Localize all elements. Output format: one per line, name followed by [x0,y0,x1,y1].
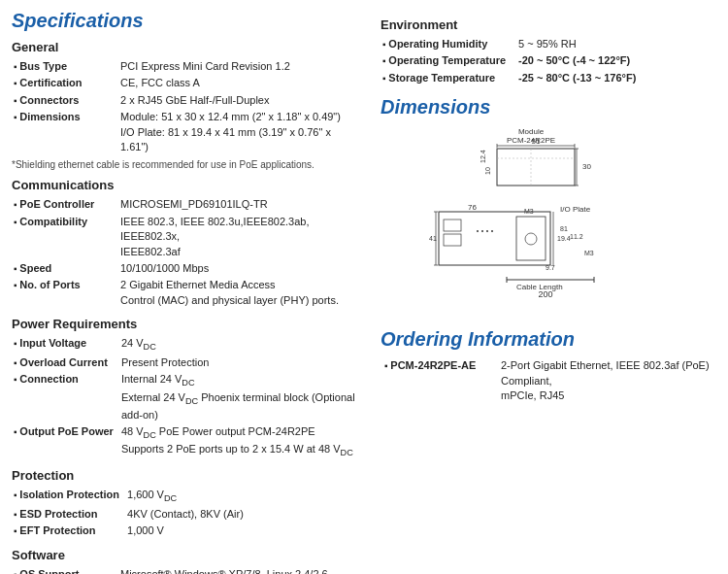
label: Input Voltage [12,335,119,355]
software-table: OS Support Microsoft® Windows® XP/7/8, L… [12,566,361,574]
value: CE, FCC class A [118,75,361,91]
table-row: Compatibility IEEE 802.3, IEEE 802.3u,IE… [12,214,361,260]
svg-rect-25 [516,217,546,260]
value: Present Protection [119,355,361,371]
svg-text:M3: M3 [584,250,594,256]
section-software-title: Software [12,548,361,562]
product-label: PCM-24R2PE-AE [381,356,497,405]
label: Isolation Protection [12,487,125,506]
table-row: PoE Controller MICROSEMI_PD69101ILQ-TR [12,196,361,213]
svg-text:41: 41 [429,235,437,242]
table-row: Certification CE, FCC class A [12,75,361,91]
label: Overload Current [12,355,119,371]
section-dimensions-title: Dimensions [381,96,716,118]
ordering-table: PCM-24R2PE-AE 2-Port Gigabit Ethernet, I… [381,356,716,405]
section-communications-title: Communications [12,178,361,192]
table-row: Dimensions Module: 51 x 30 x 12.4 mm (2"… [12,109,361,155]
table-row: ESD Protection 4KV (Contact), 8KV (Air) [12,506,361,523]
table-row: OS Support Microsoft® Windows® XP/7/8, L… [12,566,361,574]
label: Certification [12,75,118,91]
svg-text:Module: Module [518,127,545,136]
svg-text:30: 30 [582,162,591,171]
value: MICROSEMI_PD69101ILQ-TR [118,196,361,213]
label: Compatibility [12,214,118,260]
table-row: Connectors 2 x RJ45 GbE Half-/Full-Duple… [12,92,361,109]
value: Internal 24 VDCExternal 24 VDC Phoenix t… [119,371,361,422]
page-title: Specifications [12,10,361,32]
section-power-title: Power Requirements [12,317,361,331]
svg-rect-6 [497,149,575,186]
svg-text:51: 51 [532,137,541,146]
svg-text:11.2: 11.2 [570,233,583,240]
svg-point-21 [477,230,479,232]
value: Module: 51 x 30 x 12.4 mm (2" x 1.18" x … [118,109,361,155]
dimensions-svg: Module PCM-24R2PE 51 30 [381,124,691,319]
table-row: No. of Ports 2 Gigabit Ethernet Media Ac… [12,277,361,309]
value: 1,000 V [125,523,361,539]
dimensions-diagram: Module PCM-24R2PE 51 30 [381,124,691,319]
value: PCI Express Mini Card Revision 1.2 [118,58,361,75]
label: Connection [12,371,119,422]
section-protection-title: Protection [12,468,361,483]
label: Bus Type [12,58,118,75]
svg-point-24 [491,230,493,232]
main-content: Specifications General Bus Type PCI Expr… [0,0,728,574]
left-column: Specifications General Bus Type PCI Expr… [12,10,371,574]
label: No. of Ports [12,277,118,309]
svg-text:19.4: 19.4 [557,235,571,242]
svg-point-23 [486,230,488,232]
protection-table: Isolation Protection 1,600 VDC ESD Prote… [12,487,361,540]
product-description: 2-Port Gigabit Ethernet, IEEE 802.3af (P… [497,356,716,405]
svg-text:12.4: 12.4 [480,150,486,163]
table-row: Operating Temperature -20 ~ 50°C (-4 ~ 1… [381,52,716,69]
label: Output PoE Power [12,423,119,460]
label: Dimensions [12,109,118,155]
label: Operating Temperature [381,52,516,69]
power-table: Input Voltage 24 VDC Overload Current Pr… [12,335,361,460]
table-row: Output PoE Power 48 VDC PoE Power output… [12,423,361,460]
page: Specifications General Bus Type PCI Expr… [0,0,728,574]
table-row: EFT Protection 1,000 V [12,523,361,539]
value: IEEE 802.3, IEEE 802.3u,IEEE802.3ab, IEE… [118,214,361,260]
label: OS Support [12,566,118,574]
svg-point-26 [525,233,537,245]
value: 1,600 VDC [125,487,361,506]
label: Storage Temperature [381,70,516,86]
section-general-title: General [12,40,361,54]
table-row: Isolation Protection 1,600 VDC [12,487,361,506]
svg-text:M3: M3 [524,208,534,215]
svg-rect-19 [444,219,461,231]
value: 24 VDC [119,335,361,355]
value: Microsoft® Windows® XP/7/8, Linux 2.4/2.… [118,566,361,574]
value: 5 ~ 95% RH [516,36,716,52]
svg-text:76: 76 [468,203,477,212]
communications-table: PoE Controller MICROSEMI_PD69101ILQ-TR C… [12,196,361,309]
environment-table: Operating Humidity 5 ~ 95% RH Operating … [381,36,716,86]
table-row: Overload Current Present Protection [12,355,361,371]
label: PoE Controller [12,196,118,213]
table-row: Storage Temperature -25 ~ 80°C (-13 ~ 17… [381,70,716,86]
label: Speed [12,260,118,277]
value: 48 VDC PoE Power output PCM-24R2PESuppor… [119,423,361,460]
value: 10/100/1000 Mbps [118,260,361,277]
value: 2 Gigabit Ethernet Media AccessControl (… [118,277,361,309]
svg-point-22 [481,230,483,232]
label: Operating Humidity [381,36,516,52]
table-row: Connection Internal 24 VDCExternal 24 VD… [12,371,361,422]
shielding-note: *Shielding ethernet cable is recommended… [12,159,361,170]
svg-text:9.7: 9.7 [546,264,555,271]
svg-text:81: 81 [560,225,568,232]
general-table: Bus Type PCI Express Mini Card Revision … [12,58,361,155]
table-row: Bus Type PCI Express Mini Card Revision … [12,58,361,75]
table-row: Input Voltage 24 VDC [12,335,361,355]
label: EFT Protection [12,523,125,539]
table-row: PCM-24R2PE-AE 2-Port Gigabit Ethernet, I… [381,356,716,405]
svg-text:I/O Plate: I/O Plate [560,205,591,214]
value: 2 x RJ45 GbE Half-/Full-Duplex [118,92,361,109]
section-environment-title: Environment [381,17,716,32]
svg-text:10: 10 [484,167,491,175]
right-column: Environment Operating Humidity 5 ~ 95% R… [371,10,716,574]
value: -20 ~ 50°C (-4 ~ 122°F) [516,52,716,69]
table-row: Operating Humidity 5 ~ 95% RH [381,36,716,52]
table-row: Speed 10/100/1000 Mbps [12,260,361,277]
